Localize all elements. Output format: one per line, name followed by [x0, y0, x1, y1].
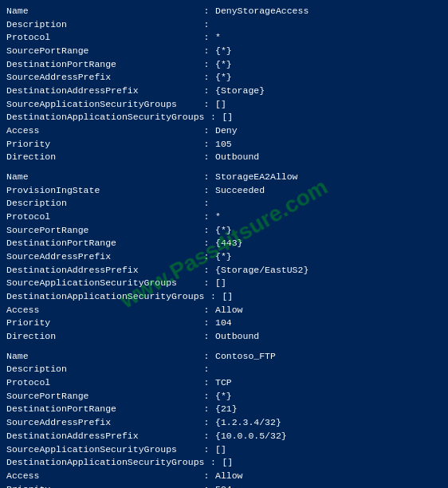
- row-value: StorageEA2Allow: [215, 171, 298, 184]
- row-key: Description: [6, 197, 198, 211]
- row-key: SourcePortRange: [6, 390, 198, 403]
- row-key: SourceAddressPrefix: [6, 71, 198, 85]
- table-row: Protocol : TCP: [6, 376, 442, 390]
- row-colon: :: [198, 483, 215, 488]
- table-row: DestinationPortRange : {*}: [6, 58, 442, 72]
- row-value: {1.2.3.4/32}: [215, 416, 281, 430]
- row-colon: :: [198, 71, 215, 85]
- table-row: Protocol : *: [6, 211, 442, 224]
- table-row: Description :: [6, 363, 442, 376]
- section-separator: [6, 344, 442, 350]
- row-key: SourceApplicationSecurityGroups: [6, 277, 198, 290]
- table-row: Priority : 504: [6, 483, 442, 488]
- table-row: Direction : Outbound: [6, 330, 442, 344]
- row-value: []: [215, 443, 226, 457]
- row-value: Succeeded: [215, 184, 265, 198]
- row-value: {*}: [215, 45, 232, 58]
- row-value: []: [215, 277, 226, 290]
- row-colon: :: [198, 403, 215, 416]
- table-row: DestinationPortRange : {443}: [6, 237, 442, 250]
- row-key: Direction: [6, 330, 198, 344]
- table-row: SourceAddressPrefix : {1.2.3.4/32}: [6, 416, 442, 430]
- row-colon: :: [198, 224, 215, 238]
- table-row: SourcePortRange : {*}: [6, 45, 442, 58]
- row-key: SourceAddressPrefix: [6, 416, 198, 430]
- table-row: Access : Allow: [6, 470, 442, 483]
- row-value: Allow: [215, 470, 243, 483]
- table-row: DestinationPortRange : {21}: [6, 403, 442, 416]
- row-value: []: [222, 111, 233, 124]
- row-colon: :: [198, 151, 215, 164]
- table-row: SourcePortRange : {*}: [6, 224, 442, 238]
- row-value: []: [215, 98, 226, 112]
- row-value: DenyStorageAccess: [215, 5, 308, 18]
- row-key: Priority: [6, 138, 198, 152]
- row-colon: :: [198, 363, 215, 376]
- row-key: SourceAddressPrefix: [6, 250, 198, 264]
- row-key: DestinationPortRange: [6, 58, 198, 72]
- row-key: Direction: [6, 151, 198, 164]
- row-key: Priority: [6, 483, 198, 488]
- row-value: 104: [215, 317, 232, 330]
- row-colon: :: [198, 5, 215, 18]
- table-row: ProvisionIngState : Succeeded: [6, 184, 442, 198]
- row-colon: :: [198, 45, 215, 58]
- row-colon: :: [198, 376, 215, 390]
- row-key: SourceApplicationSecurityGroups: [6, 443, 198, 457]
- row-value: {443}: [215, 237, 243, 250]
- row-colon: :: [198, 350, 215, 364]
- row-key: SourcePortRange: [6, 224, 198, 238]
- row-key: DestinationApplicationSecurityGroups: [6, 290, 204, 304]
- table-row: Access : Allow: [6, 304, 442, 317]
- row-colon: :: [198, 138, 215, 152]
- row-value: Contoso_FTP: [215, 350, 276, 364]
- row-value: {Storage/EastUS2}: [215, 264, 308, 277]
- row-value: {*}: [215, 71, 232, 85]
- row-value: []: [222, 290, 233, 304]
- table-row: Priority : 105: [6, 138, 442, 152]
- row-value: {21}: [215, 403, 238, 416]
- table-row: Description :: [6, 197, 442, 211]
- row-colon: :: [198, 98, 215, 112]
- table-row: DestinationApplicationSecurityGroups : […: [6, 111, 442, 124]
- row-colon: :: [198, 171, 215, 184]
- row-colon: :: [198, 317, 215, 330]
- row-key: Access: [6, 304, 198, 317]
- row-colon: :: [198, 237, 215, 250]
- row-key: DestinationApplicationSecurityGroups: [6, 456, 204, 470]
- row-colon: :: [198, 58, 215, 72]
- table-row: Direction : Outbound: [6, 151, 442, 164]
- row-colon: :: [204, 111, 222, 124]
- row-key: DestinationAddressPrefix: [6, 85, 198, 98]
- table-row: Name : DenyStorageAccess: [6, 5, 442, 18]
- table-row: Priority : 104: [6, 317, 442, 330]
- table-row: Name : StorageEA2Allow: [6, 171, 442, 184]
- table-row: DestinationAddressPrefix : {Storage/East…: [6, 264, 442, 277]
- row-key: DestinationAddressPrefix: [6, 430, 198, 443]
- row-value: *: [215, 211, 221, 224]
- table-row: SourceApplicationSecurityGroups : []: [6, 98, 442, 112]
- row-key: DestinationAddressPrefix: [6, 264, 198, 277]
- table-row: SourceAddressPrefix : {*}: [6, 71, 442, 85]
- row-colon: :: [198, 211, 215, 224]
- row-value: Outbound: [215, 330, 259, 344]
- row-value: {*}: [215, 224, 232, 238]
- row-key: DestinationApplicationSecurityGroups: [6, 111, 204, 124]
- row-key: DestinationPortRange: [6, 237, 198, 250]
- row-key: Protocol: [6, 376, 198, 390]
- section-separator: [6, 164, 442, 171]
- row-key: SourcePortRange: [6, 45, 198, 58]
- row-key: Name: [6, 350, 198, 364]
- table-row: DestinationApplicationSecurityGroups : […: [6, 290, 442, 304]
- row-colon: :: [198, 330, 215, 344]
- row-value: {*}: [215, 58, 232, 72]
- row-colon: :: [198, 197, 215, 211]
- table-row: DestinationAddressPrefix : {10.0.0.5/32}: [6, 430, 442, 443]
- terminal-window: www.Pass4itsure.com Name : DenyStorageAc…: [0, 0, 448, 488]
- row-colon: :: [198, 184, 215, 198]
- table-row: DestinationAddressPrefix : {Storage}: [6, 85, 442, 98]
- row-key: Priority: [6, 317, 198, 330]
- table-row: Name : Contoso_FTP: [6, 350, 442, 364]
- row-value: 504: [215, 483, 232, 488]
- row-key: Description: [6, 18, 198, 32]
